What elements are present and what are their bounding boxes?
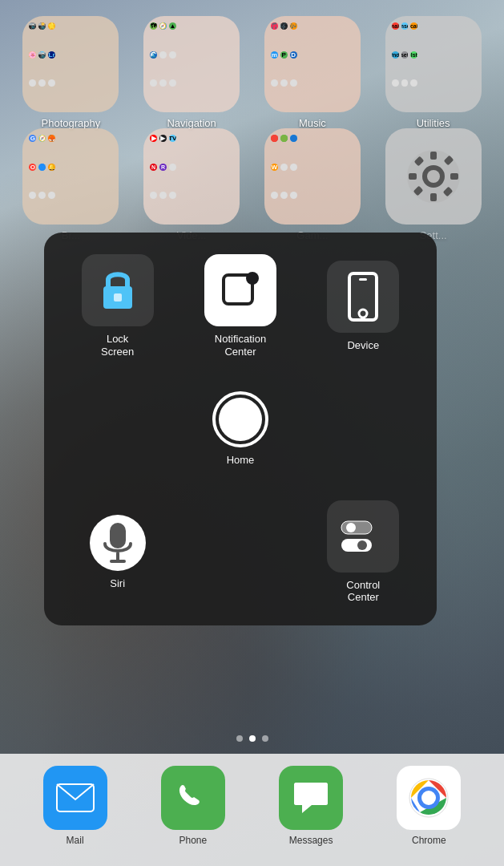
mini-app: 🎼	[280, 22, 288, 30]
mini-app	[392, 79, 399, 87]
folder-games-icon: 🔴 🟢 🔵 W	[264, 128, 361, 225]
assist-home[interactable]: Home	[212, 391, 268, 467]
assist-control-center[interactable]: ControlCenter	[327, 495, 399, 609]
assist-notification-center[interactable]: NotificationCenter	[204, 249, 276, 363]
folder-games[interactable]: 🔴 🟢 🔵 W Gam...	[258, 128, 368, 241]
dock-item-mail[interactable]: Mail	[43, 766, 107, 846]
folder-video[interactable]: ▶ ▶ TV N R Vide...	[137, 128, 247, 241]
assist-device[interactable]: Device	[327, 249, 399, 363]
notification-center-label: NotificationCenter	[215, 333, 266, 358]
mini-app: set	[401, 51, 409, 59]
dock-item-phone[interactable]: Phone	[161, 766, 225, 846]
mini-app	[280, 79, 288, 87]
svg-point-10	[427, 170, 440, 183]
mini-app: 🔔	[48, 164, 55, 171]
svg-rect-3	[409, 173, 417, 180]
mini-app	[48, 192, 55, 199]
mini-app	[38, 79, 46, 87]
app-settings[interactable]: Sett...	[378, 128, 488, 241]
mini-app: TV	[169, 135, 176, 142]
folder-browsers-icon: G 🧭 🦊 O 🌀 🔔	[22, 128, 119, 225]
mini-app: ▶	[150, 135, 157, 142]
folder-video-icon: ▶ ▶ TV N R	[143, 128, 240, 225]
svg-point-24	[357, 540, 367, 550]
page-dot-2	[249, 735, 256, 742]
folder-photography-label: Photography	[42, 117, 101, 129]
mini-app	[38, 192, 46, 199]
grid-empty-3	[306, 371, 421, 486]
mini-app: R	[159, 164, 167, 171]
svg-rect-23	[341, 539, 372, 552]
mini-app: ⭐	[48, 22, 55, 30]
control-center-icon	[340, 518, 386, 555]
folder-music[interactable]: 🎵 🎼 🎶 m P D Music	[258, 16, 368, 129]
folder-photography[interactable]: 📷 📸 ⭐ 🌸 📷 Lr Photography	[16, 16, 126, 129]
svg-rect-2	[430, 193, 437, 201]
mini-app: 📷	[29, 22, 36, 30]
mini-app: G	[29, 135, 36, 142]
mini-app: D	[290, 51, 297, 59]
mini-app: 🌸	[29, 51, 36, 59]
dock: Mail Phone Messages	[0, 754, 504, 866]
folder-music-icon: 🎵 🎼 🎶 m P D	[264, 16, 361, 112]
mini-app	[290, 164, 297, 171]
mini-app	[48, 79, 55, 87]
folder-browsers[interactable]: G 🧭 🦊 O 🌀 🔔 Br...	[16, 128, 126, 241]
gear-icon	[405, 148, 462, 204]
dock-chrome-icon	[397, 766, 461, 830]
mini-app: N	[150, 164, 157, 171]
mini-app: W	[271, 164, 278, 171]
dock-item-messages[interactable]: Messages	[279, 766, 343, 846]
assistive-touch-panel: LockScreen NotificationCenter Device	[44, 233, 437, 625]
siri-mic-icon	[100, 521, 135, 565]
mini-app: 🔵	[290, 135, 297, 142]
mini-app	[169, 51, 176, 59]
mini-app: 🔴	[271, 135, 278, 142]
folder-utilities[interactable]: mail msg cal fnd set lst Utilities	[378, 16, 488, 129]
dock-messages-icon	[279, 766, 343, 830]
mini-app: 📸	[38, 22, 46, 30]
control-center-icon-wrap	[327, 500, 399, 573]
svg-rect-1	[430, 152, 437, 160]
phone-handset-icon	[176, 781, 210, 815]
mini-app	[271, 79, 278, 87]
mini-app	[150, 79, 157, 87]
mini-app: fnd	[392, 51, 399, 59]
assist-lock-screen[interactable]: LockScreen	[82, 249, 154, 363]
mini-app: msg	[401, 22, 409, 30]
notification-center-icon	[219, 269, 262, 312]
svg-point-14	[246, 272, 259, 285]
svg-rect-21	[341, 521, 372, 534]
page-dot-3	[262, 735, 268, 742]
home-button-icon	[212, 391, 268, 447]
mini-app	[290, 192, 297, 199]
svg-rect-17	[359, 278, 367, 281]
svg-point-22	[346, 523, 356, 532]
dock-item-chrome[interactable]: Chrome	[397, 766, 461, 846]
mini-app: ▲	[169, 22, 176, 30]
mini-app: 🎶	[290, 22, 297, 30]
dock-phone-label: Phone	[179, 835, 208, 846]
svg-point-28	[421, 791, 436, 805]
mini-app	[271, 192, 278, 199]
home-label: Home	[227, 454, 255, 467]
folder-navigation[interactable]: 🗺 🧭 ▲ 🌊 Navigation	[137, 16, 247, 129]
folder-utilities-label: Utilities	[417, 117, 450, 129]
mini-app	[159, 51, 167, 59]
mini-app: Lr	[48, 51, 55, 59]
assist-siri[interactable]: Siri	[90, 495, 146, 609]
chrome-logo-icon	[408, 777, 450, 819]
lock-screen-label: LockScreen	[101, 333, 134, 358]
grid-empty-2	[183, 495, 297, 609]
page-dots	[0, 735, 504, 742]
mini-app	[401, 79, 409, 87]
lock-screen-icon-wrap	[82, 254, 154, 326]
mini-app: 🧭	[38, 135, 46, 142]
mini-app	[280, 164, 288, 171]
mail-envelope-icon	[56, 783, 95, 812]
folder-music-label: Music	[299, 117, 326, 129]
mini-app: m	[271, 51, 278, 59]
home-button-inner	[219, 398, 262, 441]
mini-app: P	[280, 51, 288, 59]
device-label: Device	[347, 339, 379, 352]
